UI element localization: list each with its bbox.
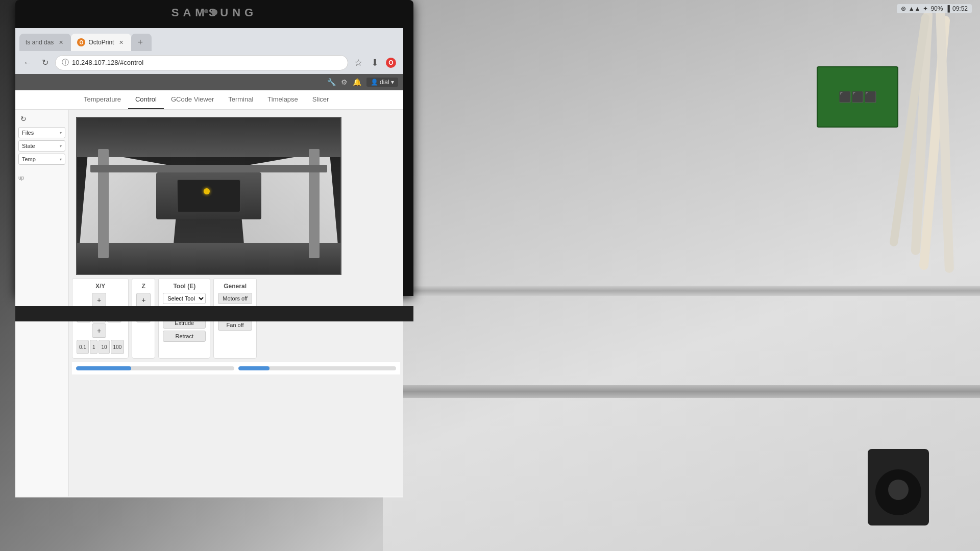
sidebar-dropdown-1[interactable]: Files ▾ — [18, 127, 65, 138]
step-10[interactable]: 10 — [99, 340, 109, 354]
progress-item-2 — [238, 364, 397, 372]
browser-tab-inactive[interactable]: ts and das ✕ — [19, 34, 71, 51]
jog-empty-1 — [77, 293, 91, 307]
info-icon: ⓘ — [62, 58, 69, 67]
tab1-close[interactable]: ✕ — [57, 38, 65, 46]
octoprint-right-panel: X/Y + + ⌂ + + — [69, 110, 403, 496]
user-badge[interactable]: 👤 dial ▾ — [366, 78, 398, 87]
camera-feed — [76, 117, 341, 275]
bookmark-button[interactable]: ☆ — [351, 56, 365, 70]
step-1[interactable]: 1 — [90, 340, 98, 354]
circuit-board: ⬛⬛⬛ — [817, 66, 898, 128]
octoprint-main: ↻ Files ▾ State ▾ Temp ▾ — [15, 110, 403, 496]
camera-inner — [77, 118, 340, 274]
jog-down-btn[interactable]: + — [92, 323, 106, 338]
octoprint-tabs: Temperature Control GCode Viewer Termina… — [15, 90, 403, 110]
monitor: SAMSUNG ts and das ✕ O OctoPrint — [15, 0, 413, 296]
back-button[interactable]: ← — [20, 56, 35, 70]
url-text: 10.248.107.128/#control — [72, 59, 143, 66]
octopi-button[interactable]: O — [384, 56, 398, 70]
printer-silhouette — [77, 118, 340, 274]
progress-item-1 — [76, 364, 234, 372]
bottom-progress — [72, 362, 400, 374]
browser-toolbar: ← ↻ ⓘ 10.248.107.128/#control ☆ ⬇ O — [15, 51, 403, 74]
browser-chrome: ts and das ✕ O OctoPrint ✕ + — [15, 28, 403, 74]
dropdown2-text: State — [22, 143, 35, 149]
monitor-dot-2 — [211, 9, 217, 15]
step-0.1[interactable]: 0.1 — [77, 340, 89, 354]
octoprint-navbar: 🔧 ⚙ 🔔 👤 dial ▾ — [15, 74, 403, 90]
user-icon: 👤 — [371, 79, 378, 86]
tab1-label: ts and das — [26, 39, 54, 46]
dropdown3-text: Temp — [22, 156, 36, 162]
tab-control[interactable]: Control — [128, 90, 164, 109]
jog-empty-3 — [77, 323, 91, 338]
settings-icon[interactable]: ⚙ — [341, 78, 348, 86]
tab3-plus: + — [137, 37, 143, 48]
progress-bar-2 — [238, 366, 397, 370]
user-dropdown-arrow: ▾ — [391, 79, 394, 86]
octoprint-content: 🔧 ⚙ 🔔 👤 dial ▾ Temperature Control GCode… — [15, 74, 403, 497]
octoprint-sidebar: ↻ Files ▾ State ▾ Temp ▾ — [15, 110, 69, 496]
wrench-icon[interactable]: 🔧 — [327, 78, 336, 86]
motors-off-button[interactable]: Motors off — [218, 293, 252, 304]
tab-timelapse[interactable]: Timelapse — [260, 90, 305, 109]
bell-icon[interactable]: 🔔 — [353, 78, 361, 86]
progress-bar-1-fill — [76, 366, 131, 370]
general-section-title: General — [218, 283, 252, 290]
tab-temperature[interactable]: Temperature — [77, 90, 128, 109]
browser-tabs: ts and das ✕ O OctoPrint ✕ + — [15, 28, 403, 51]
z-section-title: Z — [136, 283, 151, 290]
browser-tab-new[interactable]: + — [131, 34, 152, 51]
retract-button[interactable]: Retract — [163, 331, 206, 342]
jog-up-btn[interactable]: + — [92, 293, 106, 307]
address-bar[interactable]: ⓘ 10.248.107.128/#control — [55, 55, 348, 70]
refresh-button[interactable]: ↻ — [38, 56, 52, 70]
jog-empty-2 — [107, 293, 121, 307]
sidebar-dropdown-3[interactable]: Temp ▾ — [18, 154, 65, 165]
dropdown3-arrow: ▾ — [60, 157, 62, 162]
dropdown1-arrow: ▾ — [60, 131, 62, 135]
progress-bar-1 — [76, 366, 234, 370]
dropdown2-arrow: ▾ — [60, 144, 62, 148]
jog-empty-4 — [107, 323, 121, 338]
select-tool-dropdown[interactable]: Select Tool — [163, 293, 206, 304]
progress-bar-2-fill — [238, 366, 270, 370]
tab-terminal[interactable]: Terminal — [221, 90, 260, 109]
tab2-close[interactable]: ✕ — [117, 38, 125, 46]
browser-window: ts and das ✕ O OctoPrint ✕ + — [15, 28, 403, 497]
octoprint-favicon: O — [77, 38, 85, 46]
monitor-dots — [204, 9, 217, 15]
monitor-dot-1 — [204, 9, 208, 13]
download-button[interactable]: ⬇ — [368, 56, 382, 70]
toolbar-actions: ☆ ⬇ O — [351, 56, 398, 70]
tool-section-title: Tool (E) — [163, 283, 206, 290]
tab2-label: OctoPrint — [88, 39, 114, 46]
sidebar-dropdown-2[interactable]: State ▾ — [18, 140, 65, 152]
browser-tab-octoprint[interactable]: O OctoPrint ✕ — [71, 34, 131, 51]
xy-section-title: X/Y — [77, 283, 124, 290]
user-label: dial — [380, 79, 389, 86]
tab-gcode[interactable]: GCode Viewer — [164, 90, 221, 109]
monitor-stand — [15, 306, 413, 321]
z-up-btn[interactable]: + — [136, 293, 151, 307]
lab-background: ⬛⬛⬛ — [383, 0, 980, 551]
tab-slicer[interactable]: Slicer — [305, 90, 336, 109]
step-100[interactable]: 100 — [111, 340, 125, 354]
sidebar-status-label: up — [18, 175, 65, 181]
sidebar-refresh-btn[interactable]: ↻ — [18, 113, 65, 125]
dropdown1-text: Files — [22, 130, 34, 136]
